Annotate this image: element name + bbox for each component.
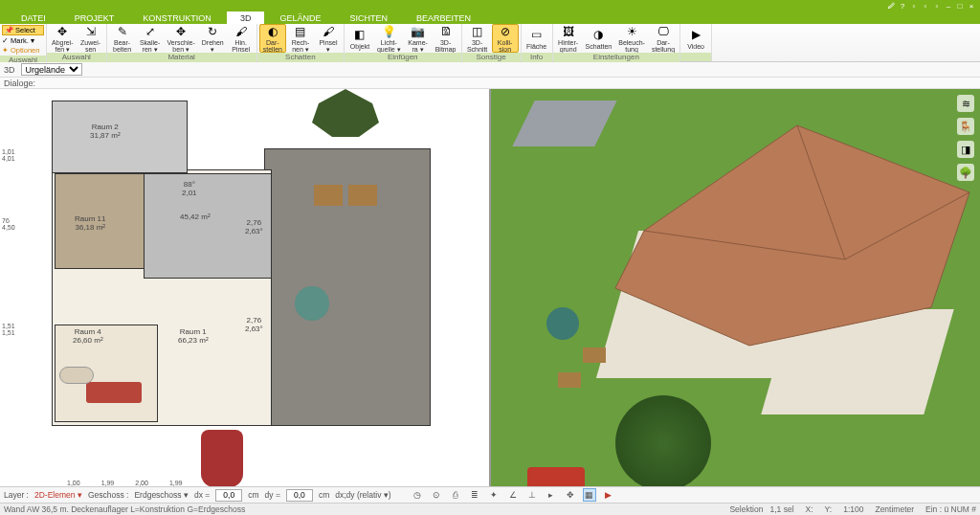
ribbon-group-label: Einfügen bbox=[345, 53, 461, 62]
dy-input[interactable] bbox=[286, 489, 313, 502]
kamera-button[interactable]: 📷Kame- ra ▾ bbox=[405, 24, 432, 53]
tool-wand-icon[interactable]: ✦ bbox=[487, 488, 501, 502]
help-icon[interactable]: ? bbox=[898, 1, 907, 11]
schatten2-icon: ◑ bbox=[590, 27, 606, 42]
pinsel2-button[interactable]: 🖌Pinsel ▾ bbox=[315, 24, 342, 53]
tab-sichten[interactable]: SICHTEN bbox=[336, 11, 401, 24]
mark-button[interactable]: ✓ Mark. ▾ bbox=[2, 36, 44, 45]
tool-target-icon[interactable]: ⊙ bbox=[430, 488, 443, 502]
kollision-icon: ⊘ bbox=[498, 25, 513, 38]
tool-arrow-icon[interactable]: ▸ bbox=[545, 488, 558, 502]
ribbon-group-label: Einstellungen bbox=[553, 53, 679, 62]
view3d-sidebar: ≋ 🪑 ◨ 🌳 bbox=[957, 95, 976, 181]
ribbon-group-label: Sonstige bbox=[462, 53, 521, 62]
layer-dropdown[interactable]: 2D-Elemen ▾ bbox=[34, 490, 82, 500]
rechnen-button[interactable]: ▤Rech- nen ▾ bbox=[287, 24, 314, 53]
hinpinsel-button[interactable]: 🖌Hin. Pinsel bbox=[228, 24, 255, 53]
tab-konstruktion[interactable]: KONSTRUKTION bbox=[129, 11, 225, 24]
geschoss-label: Geschoss : bbox=[88, 490, 129, 500]
layer-label: Layer : bbox=[4, 490, 29, 500]
video-button[interactable]: ▶Video bbox=[682, 24, 709, 53]
select-button[interactable]: 📌 Select bbox=[2, 25, 44, 35]
layer-select[interactable]: Urgelände bbox=[21, 63, 82, 76]
view-2d[interactable]: 1,014,01 764,50 1,511,51 Raum 231,87 m² … bbox=[0, 89, 491, 486]
lichtquelle-button[interactable]: 💡Licht- quelle ▾ bbox=[374, 24, 404, 53]
ribbon: 📌 Select ✓ Mark. ▾ ✦ Optionen Auswahl ✥A… bbox=[0, 24, 980, 62]
dx-label: dx = bbox=[194, 490, 210, 500]
window-titlebar: 🖉 ? ▫ ▫ ▫ – □ × bbox=[0, 0, 980, 11]
tool-move-icon[interactable]: ✥ bbox=[564, 488, 577, 502]
tab-bearbeiten[interactable]: BEARBEITEN bbox=[403, 11, 484, 24]
3dschnitt-button[interactable]: ◫3D- Schnitt bbox=[464, 24, 491, 53]
drehen-icon: ↻ bbox=[205, 25, 220, 38]
close-icon[interactable]: × bbox=[967, 1, 976, 11]
3dbitmap-button[interactable]: 🖻3D- Bitmap bbox=[433, 24, 459, 53]
main-viewport: 1,014,01 764,50 1,511,51 Raum 231,87 m² … bbox=[0, 89, 980, 486]
ribbon-group-label: Material bbox=[107, 53, 256, 62]
layers-icon[interactable]: ≋ bbox=[957, 95, 974, 112]
video-icon: ▶ bbox=[688, 27, 703, 42]
zuweisen-button[interactable]: ⇲Zuwei- sen bbox=[78, 24, 104, 53]
kamera-icon: 📷 bbox=[411, 25, 426, 38]
bearbeiten-button[interactable]: ✎Bear- beiten bbox=[109, 24, 136, 53]
rechnen-icon: ▤ bbox=[293, 25, 308, 38]
ribbon-group-label: Info bbox=[522, 53, 552, 62]
tool-grid-icon[interactable]: ▦ bbox=[583, 488, 596, 502]
tool-angle-icon[interactable]: ∠ bbox=[506, 488, 520, 502]
roof-main bbox=[577, 116, 979, 355]
objekt-button[interactable]: ◧Objekt bbox=[346, 24, 373, 53]
skalieren-button[interactable]: ⤢Skalie- ren ▾ bbox=[137, 24, 164, 53]
schatten2-button[interactable]: ◑Schatten bbox=[583, 24, 615, 53]
min-icon[interactable]: 🖉 bbox=[886, 1, 896, 11]
status-unit: Zentimeter bbox=[875, 504, 914, 514]
beleuchtung-icon: ☀ bbox=[624, 25, 639, 38]
minimize-icon[interactable]: – bbox=[944, 1, 953, 11]
tool-play-icon[interactable]: ▶ bbox=[602, 488, 615, 502]
drehen-button[interactable]: ↻Drehen ▾ bbox=[199, 24, 227, 53]
zuweisen-icon: ⇲ bbox=[83, 25, 99, 38]
cm-label2: cm bbox=[319, 490, 329, 500]
abgreifen-button[interactable]: ✥Abgrei- fen ▾ bbox=[49, 24, 77, 53]
tab-datei[interactable]: DATEI bbox=[8, 11, 59, 24]
maximize-icon[interactable]: □ bbox=[955, 1, 965, 11]
verschieben-icon: ✥ bbox=[173, 25, 189, 38]
hintergrund-icon: 🖼 bbox=[561, 25, 576, 38]
ruler-vertical: 1,014,01 764,50 1,511,51 bbox=[0, 95, 25, 484]
tool-clock-icon[interactable]: ◷ bbox=[411, 488, 424, 502]
tab-projekt[interactable]: PROJEKT bbox=[61, 11, 128, 24]
tab-3d[interactable]: 3D bbox=[227, 11, 265, 24]
flaeche-icon: ▭ bbox=[529, 27, 545, 42]
darstellung-button[interactable]: 🖵Dar- stellung bbox=[649, 24, 678, 53]
options-button[interactable]: ✦ Optionen bbox=[2, 46, 44, 55]
cube-icon[interactable]: ◨ bbox=[957, 141, 974, 158]
tree-icon[interactable]: 🌳 bbox=[957, 164, 974, 181]
hintergrund-button[interactable]: 🖼Hinter- grund bbox=[555, 24, 582, 53]
hinpinsel-icon: 🖌 bbox=[234, 25, 249, 38]
box1-icon[interactable]: ▫ bbox=[909, 1, 919, 11]
ribbon-group-label bbox=[680, 53, 711, 61]
rel-dropdown[interactable]: dx;dy (relativ ▾) bbox=[335, 490, 390, 500]
kollision-button[interactable]: ⊘Kolli- sion bbox=[492, 24, 519, 53]
ribbon-group-label: Schatten bbox=[257, 53, 344, 62]
tool-perp-icon[interactable]: ⊥ bbox=[525, 488, 539, 502]
flaeche-button[interactable]: ▭Fläche bbox=[523, 24, 550, 53]
box3-icon[interactable]: ▫ bbox=[932, 1, 942, 11]
bottom-toolbar: Layer : 2D-Elemen ▾ Geschoss : Erdgescho… bbox=[0, 486, 980, 503]
view-3d[interactable]: ≋ 🪑 ◨ 🌳 bbox=[491, 89, 980, 486]
cm-label: cm bbox=[248, 490, 258, 500]
verschieben-button[interactable]: ✥Verschie- ben ▾ bbox=[165, 24, 198, 53]
mode-label: 3D bbox=[4, 65, 15, 75]
geschoss-dropdown[interactable]: Erdgeschoss ▾ bbox=[134, 490, 189, 500]
tool-printer-icon[interactable]: ⎙ bbox=[449, 488, 462, 502]
dx-input[interactable] bbox=[215, 489, 242, 502]
beleuchtung-button[interactable]: ☀Beleuch- tung bbox=[615, 24, 648, 53]
tool-layers-icon[interactable]: ≣ bbox=[468, 488, 481, 502]
furniture-icon[interactable]: 🪑 bbox=[957, 118, 974, 135]
box2-icon[interactable]: ▫ bbox=[921, 1, 930, 11]
tab-gelände[interactable]: GELÄNDE bbox=[266, 11, 334, 24]
3dschnitt-icon: ◫ bbox=[470, 25, 485, 38]
menu-bar: DATEIPROJEKTKONSTRUKTION3DGELÄNDESICHTEN… bbox=[0, 11, 980, 24]
objekt-icon: ◧ bbox=[352, 27, 368, 42]
darstellung-icon: 🖵 bbox=[656, 25, 671, 38]
darstellen-button[interactable]: ◐Dar- stellen bbox=[259, 24, 286, 53]
